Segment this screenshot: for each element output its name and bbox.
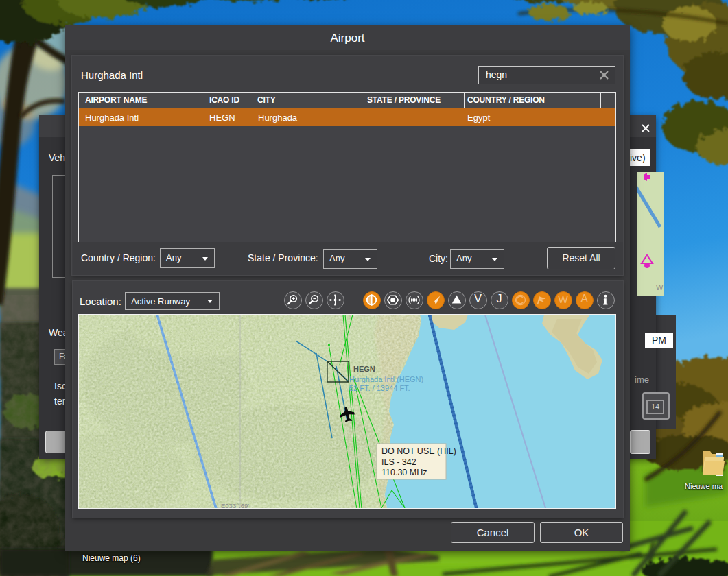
svg-text:DO NOT USE (HIL): DO NOT USE (HIL) xyxy=(381,446,456,456)
svg-text:E033°.69': E033°.69' xyxy=(221,502,249,508)
svg-text:ILS - 342: ILS - 342 xyxy=(381,457,416,467)
svg-text:Hurghada Intl (HEGN): Hurghada Intl (HEGN) xyxy=(349,375,423,383)
svg-text:HEGN: HEGN xyxy=(353,365,375,373)
svg-text:110.30 MHz: 110.30 MHz xyxy=(381,468,427,477)
svg-text:52 FT. / 13944 FT.: 52 FT. / 13944 FT. xyxy=(349,384,410,392)
svg-text:W: W xyxy=(656,283,664,291)
